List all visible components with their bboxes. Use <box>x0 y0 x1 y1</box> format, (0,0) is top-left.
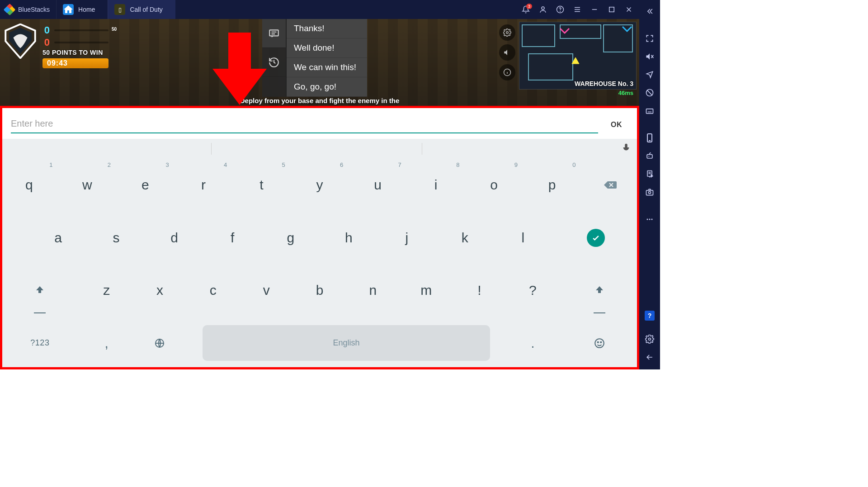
hud-top-left: 0 50 0 50 POINTS TO WIN 09:43 <box>3 24 108 68</box>
key-x[interactable]: x <box>133 264 187 317</box>
text-input-panel: OK q1w2e3r4t5y6u7i8o9p0 asdfghjkl <box>0 106 639 369</box>
key-o[interactable]: o9 <box>465 159 523 212</box>
minimap[interactable]: WAREHOUSE No. 3 46ms <box>519 22 637 90</box>
phone-icon <box>647 133 652 142</box>
svg-rect-19 <box>646 109 653 113</box>
notification-count-badge: 3 <box>526 4 532 9</box>
fullscreen-button[interactable] <box>641 30 658 47</box>
quick-chat-item[interactable]: Thanks! <box>287 19 367 38</box>
space-key[interactable]: English <box>186 317 506 370</box>
help-badge[interactable]: ? <box>645 311 655 321</box>
symbols-key[interactable]: ?123 <box>0 317 80 370</box>
notifications-button[interactable]: 3 <box>518 2 533 17</box>
period-key[interactable]: . <box>506 317 559 370</box>
key-h[interactable]: h <box>320 212 378 265</box>
quick-chat-item[interactable]: We can win this! <box>287 58 367 77</box>
key-t[interactable]: t5 <box>232 159 291 212</box>
key-m[interactable]: m <box>400 264 453 317</box>
score-target: 50 <box>112 27 117 32</box>
svg-point-15 <box>595 339 604 348</box>
quick-chat-item[interactable]: Go, go, go! <box>287 77 367 97</box>
gamepad-button[interactable] <box>641 147 658 165</box>
enter-key[interactable] <box>552 212 639 265</box>
settings-button[interactable] <box>641 331 658 348</box>
tab-call-of-duty[interactable]: ▯ Call of Duty <box>108 0 175 19</box>
key-d[interactable]: d <box>145 212 203 265</box>
svg-rect-6 <box>269 30 278 36</box>
score-team-a: 0 <box>42 24 50 36</box>
key-g[interactable]: g <box>261 212 320 265</box>
keyboard-controls-button[interactable] <box>641 102 658 119</box>
macro-button[interactable] <box>641 165 658 183</box>
more-button[interactable] <box>641 211 658 228</box>
disable-button[interactable] <box>641 84 658 101</box>
key-l[interactable]: l <box>494 212 552 265</box>
backspace-key[interactable] <box>581 159 639 212</box>
minimap-location: WAREHOUSE No. 3 <box>575 80 633 87</box>
key-b[interactable]: b <box>293 264 346 317</box>
key-![interactable]: ! <box>453 264 506 317</box>
title-bar: BlueStacks Home ▯ Call of Duty 3 <box>0 0 639 19</box>
voice-input-button[interactable] <box>621 143 631 155</box>
menu-button[interactable] <box>570 2 585 17</box>
maximize-button[interactable] <box>604 2 619 17</box>
mute-icon[interactable] <box>499 44 515 61</box>
objective-text: 50 POINTS TO WIN <box>42 49 108 56</box>
side-toolbar: ? <box>639 0 660 369</box>
volume-button[interactable] <box>641 48 658 65</box>
check-icon <box>587 229 605 247</box>
key-s[interactable]: s <box>87 212 146 265</box>
collapse-sidebar-button[interactable] <box>641 3 658 20</box>
svg-point-17 <box>600 342 601 343</box>
quick-chat-item[interactable]: Well done! <box>287 38 367 58</box>
key-r[interactable]: r4 <box>175 159 233 212</box>
language-key[interactable] <box>133 317 187 370</box>
match-timer: 09:43 <box>42 58 108 68</box>
info-icon[interactable] <box>499 64 515 80</box>
close-button[interactable] <box>621 2 637 17</box>
chat-text-input[interactable] <box>11 116 598 132</box>
app-title: BlueStacks <box>18 6 50 13</box>
settings-icon[interactable] <box>499 24 515 41</box>
help-button[interactable] <box>552 2 568 17</box>
svg-rect-22 <box>646 190 653 195</box>
team-emblem-icon <box>3 24 38 59</box>
tab-home[interactable]: Home <box>56 0 108 19</box>
emoji-key[interactable] <box>559 317 639 370</box>
key-w[interactable]: w2 <box>58 159 117 212</box>
key-j[interactable]: j <box>378 212 436 265</box>
shift-key-right[interactable] <box>559 264 639 317</box>
on-screen-keyboard: q1w2e3r4t5y6u7i8o9p0 asdfghjkl <box>0 159 639 369</box>
key-c[interactable]: c <box>186 264 240 317</box>
svg-point-24 <box>647 219 648 220</box>
screenshot-button[interactable] <box>641 184 658 201</box>
svg-point-0 <box>542 7 544 9</box>
key-y[interactable]: y6 <box>291 159 349 212</box>
key-k[interactable]: k <box>436 212 494 265</box>
comma-key[interactable]: , <box>80 317 133 370</box>
key-p[interactable]: p0 <box>523 159 581 212</box>
key-z[interactable]: z <box>80 264 133 317</box>
account-button[interactable] <box>535 2 551 17</box>
key-e[interactable]: e3 <box>116 159 175 212</box>
key-v[interactable]: v <box>240 264 293 317</box>
back-button[interactable] <box>641 349 658 366</box>
key-i[interactable]: i8 <box>407 159 465 212</box>
key-u[interactable]: u7 <box>349 159 407 212</box>
rotate-button[interactable] <box>641 129 658 147</box>
key-f[interactable]: f <box>203 212 262 265</box>
key-n[interactable]: n <box>346 264 400 317</box>
shift-key-left[interactable] <box>0 264 80 317</box>
key-a[interactable]: a <box>29 212 87 265</box>
minimize-button[interactable] <box>587 2 602 17</box>
ping-indicator: 46ms <box>618 90 633 96</box>
svg-point-26 <box>651 219 653 220</box>
ok-button[interactable]: OK <box>606 118 627 133</box>
key-?[interactable]: ? <box>506 264 559 317</box>
key-q[interactable]: q1 <box>0 159 58 212</box>
score-team-b: 0 <box>42 37 50 48</box>
space-label: English <box>333 338 359 348</box>
call-of-duty-icon: ▯ <box>114 4 125 15</box>
tab-cod-label: Call of Duty <box>130 6 162 13</box>
location-button[interactable] <box>641 66 658 83</box>
